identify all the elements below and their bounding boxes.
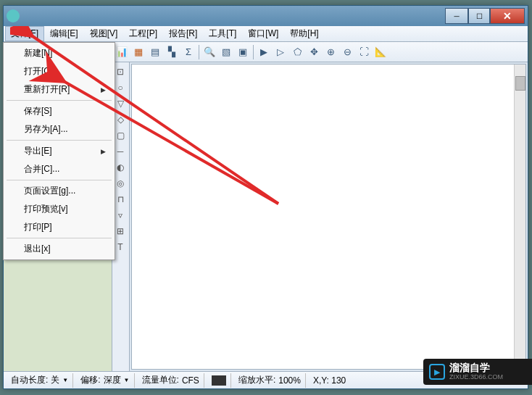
watermark-sub: ZIXUE.3D66.COM — [449, 374, 503, 381]
menu-tools[interactable]: 工具[T] — [203, 26, 242, 41]
zoom-value: 100% — [278, 375, 301, 386]
progress-icon — [212, 375, 226, 386]
submenu-arrow-icon: ▶ — [101, 148, 106, 155]
menu-file[interactable]: 文件[F] — [5, 26, 44, 41]
vertical-scrollbar[interactable] — [514, 65, 525, 369]
menu-separator — [7, 238, 112, 238]
tb-select-icon[interactable]: ▷ — [273, 44, 288, 60]
tb-polygon-icon[interactable]: ⬠ — [289, 44, 305, 60]
file-print[interactable]: 打印[P] — [4, 218, 115, 236]
menu-separator — [7, 140, 112, 141]
status-flow-unit[interactable]: 流量单位: CFS — [138, 373, 204, 388]
file-new[interactable]: 新建[N] — [4, 44, 115, 62]
window-controls: ─ ☐ ✕ — [445, 8, 525, 24]
watermark-title: 溜溜自学 — [449, 362, 503, 373]
tb-measure-icon[interactable]: 📐 — [373, 44, 388, 60]
close-button[interactable]: ✕ — [490, 8, 525, 24]
file-reopen[interactable]: 重新打开[R]▶ — [4, 80, 115, 99]
dropdown-icon: ▼ — [62, 377, 68, 383]
menu-help[interactable]: 帮助[H] — [284, 26, 324, 41]
tb-pointer-icon[interactable]: ▶ — [256, 44, 272, 60]
file-save[interactable]: 保存[S] — [4, 102, 115, 120]
menubar: 文件[F] 编辑[E] 视图[V] 工程[P] 报告[R] 工具[T] 窗口[W… — [4, 26, 528, 42]
auto-length-label: 自动长度: — [11, 374, 48, 386]
menu-separator — [7, 180, 112, 180]
menu-window[interactable]: 窗口[W] — [242, 26, 284, 41]
watermark: ▶ 溜溜自学 ZIXUE.3D66.COM — [423, 359, 532, 385]
tb-grid-icon[interactable]: ▦ — [130, 44, 146, 60]
menu-view[interactable]: 视图[V] — [84, 26, 124, 41]
status-progress — [207, 373, 231, 388]
auto-length-value: 关 — [51, 374, 59, 386]
submenu-arrow-icon: ▶ — [101, 86, 106, 93]
app-icon — [7, 9, 20, 22]
offset-label: 偏移: — [80, 374, 100, 386]
file-open[interactable]: 打开[O]... — [4, 62, 115, 80]
file-export[interactable]: 导出[E]▶ — [4, 142, 115, 160]
status-offset[interactable]: 偏移: 深度 ▼ — [76, 373, 134, 388]
flow-unit-label: 流量单位: — [142, 374, 179, 386]
menu-edit[interactable]: 编辑[E] — [44, 26, 84, 41]
status-auto-length[interactable]: 自动长度: 关 ▼ — [7, 373, 73, 388]
status-coords: X,Y: 130 — [309, 373, 350, 388]
minimize-button[interactable]: ─ — [445, 8, 468, 24]
tb-chart-icon[interactable]: 📊 — [114, 44, 130, 60]
status-zoom: 缩放水平: 100% — [234, 373, 306, 388]
menu-project[interactable]: 工程[P] — [123, 26, 163, 41]
tb-graph-icon[interactable]: ▚ — [164, 44, 180, 60]
file-print-preview[interactable]: 打印预览[v] — [4, 200, 115, 218]
tb-pan-icon[interactable]: ✥ — [306, 44, 322, 60]
play-icon: ▶ — [429, 364, 445, 380]
tb-stats-icon[interactable]: Σ — [180, 44, 196, 60]
tb-extent-icon[interactable]: ⛶ — [356, 44, 372, 60]
file-merge[interactable]: 合并[C]... — [4, 160, 115, 178]
menu-report[interactable]: 报告[R] — [163, 26, 203, 41]
titlebar: ─ ☐ ✕ — [4, 6, 528, 26]
file-saveas[interactable]: 另存为[A]... — [4, 120, 115, 138]
flow-unit-value: CFS — [182, 375, 199, 386]
tb-table-icon[interactable]: ▤ — [147, 44, 163, 60]
tb-detail-icon[interactable]: ▣ — [235, 44, 251, 60]
tb-zoom-icon[interactable]: 🔍 — [201, 44, 217, 60]
file-exit[interactable]: 退出[x] — [4, 240, 115, 258]
zoom-label: 缩放水平: — [238, 374, 275, 386]
coords-value: X,Y: 130 — [313, 375, 346, 386]
scroll-thumb[interactable] — [515, 76, 525, 91]
canvas[interactable] — [131, 64, 526, 370]
file-page-setup[interactable]: 页面设置[g]... — [4, 182, 115, 200]
tb-layers-icon[interactable]: ▧ — [218, 44, 234, 60]
tb-zoomin-icon[interactable]: ⊕ — [323, 44, 338, 60]
menu-separator — [7, 100, 112, 101]
dropdown-icon: ▼ — [124, 377, 130, 383]
file-dropdown: 新建[N] 打开[O]... 重新打开[R]▶ 保存[S] 另存为[A]... … — [3, 42, 115, 260]
offset-value: 深度 — [104, 374, 121, 386]
maximize-button[interactable]: ☐ — [468, 8, 490, 24]
tb-zoomout-icon[interactable]: ⊖ — [339, 44, 355, 60]
